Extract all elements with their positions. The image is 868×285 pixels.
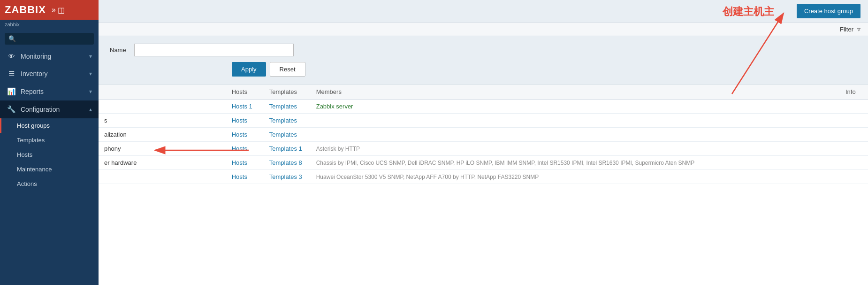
filter-name-label: Name xyxy=(110,46,129,54)
host-groups-table: Hosts Templates Members Info Hosts 1 Tem… xyxy=(99,85,868,184)
table-cell-name xyxy=(99,170,226,184)
table-row: phony Hosts Templates 1 Asterisk by HTTP xyxy=(99,142,868,156)
sidebar-sub-item-actions[interactable]: Actions xyxy=(0,177,99,191)
chevron-up-icon: ▴ xyxy=(89,106,92,113)
create-host-group-button[interactable]: Create host group xyxy=(797,4,860,18)
sidebar-search-area xyxy=(0,30,99,47)
main-content: 创建主机主 Create host group Filter ▿ Name Ap… xyxy=(99,0,868,285)
chevron-down-icon: ▾ xyxy=(89,53,92,60)
top-bar: 创建主机主 Create host group xyxy=(99,0,868,23)
table-cell-templates: Templates 3 xyxy=(264,170,311,184)
table-cell-members: Zabbix server xyxy=(311,100,840,114)
col-header-templates: Templates xyxy=(264,85,311,100)
hosts-link[interactable]: Hosts xyxy=(232,117,247,124)
sidebar-item-reports[interactable]: 📊 Reports ▾ xyxy=(0,83,99,100)
filter-label: Filter xyxy=(840,26,853,33)
sidebar-sub-label-maintenance: Maintenance xyxy=(17,166,52,173)
table-cell-name: er hardware xyxy=(99,156,226,170)
table-cell-templates: Templates xyxy=(264,128,311,142)
chinese-annotation: 创建主机主 xyxy=(723,5,774,19)
table-cell-hosts: Hosts 1 xyxy=(226,100,264,114)
table-cell-name xyxy=(99,100,226,114)
table-cell-hosts: Hosts xyxy=(226,114,264,128)
grid-icon: ◫ xyxy=(58,6,65,15)
chevron-down-icon: ▾ xyxy=(89,88,92,95)
table-cell-hosts: Hosts xyxy=(226,156,264,170)
table-cell-templates: Templates xyxy=(264,114,311,128)
eye-icon: 👁 xyxy=(7,52,16,60)
table-cell-templates: Templates xyxy=(264,100,311,114)
apply-button[interactable]: Apply xyxy=(232,62,266,77)
member-link[interactable]: Zabbix server xyxy=(316,103,353,110)
templates-link[interactable]: Templates xyxy=(269,117,297,124)
table-row: er hardware Hosts Templates 8 Chassis by… xyxy=(99,156,868,170)
member-text: Asterisk by HTTP xyxy=(316,146,360,152)
table-cell-members: Asterisk by HTTP xyxy=(311,142,840,156)
table-row: s Hosts Templates xyxy=(99,114,868,128)
table-cell-info xyxy=(840,100,868,114)
table-cell-name: s xyxy=(99,114,226,128)
wrench-icon: 🔧 xyxy=(7,105,16,114)
table-row: Hosts 1 Templates Zabbix server xyxy=(99,100,868,114)
table-cell-name: alization xyxy=(99,128,226,142)
filter-form: Name Apply Reset xyxy=(99,36,868,85)
member-text: Chassis by IPMI, Cisco UCS SNMP, Dell iD… xyxy=(316,160,694,166)
list-icon: ☰ xyxy=(7,69,16,78)
sidebar-sub-label-hosts: Hosts xyxy=(17,151,32,158)
logo-area: ZABBIX » ◫ xyxy=(0,0,99,20)
search-input[interactable] xyxy=(5,33,94,45)
sidebar-sub-item-templates[interactable]: Templates xyxy=(0,133,99,147)
table-cell-info xyxy=(840,142,868,156)
templates-link[interactable]: Templates xyxy=(269,131,297,138)
filter-buttons: Apply Reset xyxy=(232,62,857,77)
sidebar-item-monitoring[interactable]: 👁 Monitoring ▾ xyxy=(0,47,99,65)
table-cell-members xyxy=(311,128,840,142)
hosts-link[interactable]: Hosts xyxy=(232,159,247,166)
sidebar-sub-item-maintenance[interactable]: Maintenance xyxy=(0,162,99,177)
hosts-link[interactable]: Hosts 1 xyxy=(232,103,252,110)
hosts-link[interactable]: Hosts xyxy=(232,131,247,138)
sidebar-sub-item-hosts[interactable]: Hosts xyxy=(0,147,99,162)
sidebar: ZABBIX » ◫ zabbix 👁 Monitoring ▾ ☰ Inven… xyxy=(0,0,99,285)
table-cell-templates: Templates 1 xyxy=(264,142,311,156)
col-header-members: Members xyxy=(311,85,840,100)
reset-button[interactable]: Reset xyxy=(270,62,305,77)
chevron-right-icon: » xyxy=(52,6,56,15)
active-indicator xyxy=(0,118,1,133)
table-cell-templates: Templates 8 xyxy=(264,156,311,170)
hosts-link[interactable]: Hosts xyxy=(232,145,247,152)
templates-link[interactable]: Templates xyxy=(269,103,297,110)
col-header-info: Info xyxy=(840,85,868,100)
hosts-link[interactable]: Hosts xyxy=(232,173,247,180)
templates-link[interactable]: Templates 1 xyxy=(269,145,302,152)
table-cell-members: Huawei OceanStor 5300 V5 SNMP, NetApp AF… xyxy=(311,170,840,184)
templates-link[interactable]: Templates 8 xyxy=(269,159,302,166)
filter-icon: ▿ xyxy=(857,25,860,33)
table-area: Hosts Templates Members Info Hosts 1 Tem… xyxy=(99,85,868,285)
table-cell-name: phony xyxy=(99,142,226,156)
member-text: Huawei OceanStor 5300 V5 SNMP, NetApp AF… xyxy=(316,174,539,180)
sidebar-item-inventory-label: Inventory xyxy=(21,70,84,77)
col-header-name xyxy=(99,85,226,100)
filter-name-input[interactable] xyxy=(134,44,294,56)
table-header-row: Hosts Templates Members Info xyxy=(99,85,868,100)
sidebar-sub-label-actions: Actions xyxy=(17,180,37,187)
filter-bar: Filter ▿ xyxy=(99,23,868,36)
logo-icons: » ◫ xyxy=(52,6,65,15)
table-cell-hosts: Hosts xyxy=(226,170,264,184)
sidebar-item-configuration-label: Configuration xyxy=(21,106,84,113)
table-cell-members: Chassis by IPMI, Cisco UCS SNMP, Dell iD… xyxy=(311,156,840,170)
sidebar-sub-item-host-groups[interactable]: Host groups xyxy=(0,118,99,133)
sidebar-item-configuration[interactable]: 🔧 Configuration ▴ xyxy=(0,100,99,118)
chevron-down-icon: ▾ xyxy=(89,70,92,77)
sidebar-zabbix-label: zabbix xyxy=(0,20,99,30)
templates-link[interactable]: Templates 3 xyxy=(269,173,302,180)
logo-text: ZABBIX xyxy=(5,4,46,16)
table-cell-info xyxy=(840,156,868,170)
table-cell-hosts: Hosts xyxy=(226,142,264,156)
table-body: Hosts 1 Templates Zabbix server s Hosts … xyxy=(99,100,868,184)
sidebar-sub-label-templates: Templates xyxy=(17,137,45,144)
table-cell-hosts: Hosts xyxy=(226,128,264,142)
sidebar-item-inventory[interactable]: ☰ Inventory ▾ xyxy=(0,65,99,83)
filter-name-row: Name xyxy=(110,44,857,56)
